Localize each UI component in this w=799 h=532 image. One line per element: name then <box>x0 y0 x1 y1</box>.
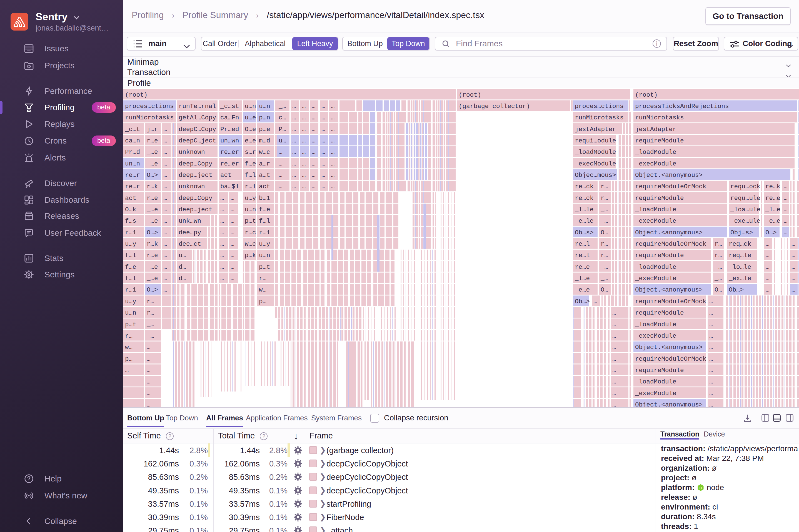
svg-text:…: … <box>230 241 235 248</box>
svg-text:unknown: unknown <box>179 183 205 190</box>
svg-text:_…: _… <box>714 275 722 282</box>
svg-text:requ…ule: requ…ule <box>730 195 760 202</box>
svg-text:…: … <box>163 229 167 236</box>
svg-text:…: … <box>331 114 335 121</box>
svg-text:unknown: unknown <box>179 149 205 156</box>
svg-text:…: … <box>147 378 151 385</box>
svg-text:…: … <box>302 172 306 179</box>
svg-text:_exe…ule: _exe…ule <box>730 217 760 225</box>
svg-text:Object.<anonymous>: Object.<anonymous> <box>635 344 703 351</box>
svg-text:…: … <box>321 183 325 190</box>
svg-text:…: … <box>279 183 282 190</box>
svg-text:requireModuleOrMock: requireModuleOrMock <box>635 241 706 248</box>
svg-text:…: … <box>612 321 616 328</box>
svg-text:…: … <box>612 344 616 351</box>
svg-text:…: … <box>220 229 224 236</box>
svg-text:_loadModule: _loadModule <box>635 378 676 385</box>
svg-text:ca…n: ca…n <box>125 137 140 145</box>
svg-text:…: … <box>709 332 713 340</box>
svg-text:w…c: w…c <box>259 149 270 156</box>
svg-text:p…t: p…t <box>259 264 270 271</box>
svg-text:re…ck: re…ck <box>575 183 594 190</box>
svg-text:getAl…Copy: getAl…Copy <box>179 114 216 121</box>
svg-text:…: … <box>220 195 224 202</box>
svg-text:Ob…>: Ob…> <box>575 298 590 305</box>
svg-text:f…e: f…e <box>245 160 256 167</box>
svg-text:…: … <box>292 114 296 121</box>
svg-text:…: … <box>792 286 795 293</box>
svg-text:Object.<anonymous>: Object.<anonymous> <box>635 172 703 179</box>
svg-text:s…r: s…r <box>245 149 256 156</box>
svg-text:…: … <box>312 183 316 190</box>
svg-text:_loadModule: _loadModule <box>575 149 616 156</box>
svg-text:r…: r… <box>147 309 154 317</box>
svg-text:…: … <box>321 103 325 110</box>
svg-text:…: … <box>302 103 306 110</box>
svg-text:_execModule: _execModule <box>575 160 616 167</box>
svg-text:_loadModule: _loadModule <box>635 149 676 156</box>
svg-text:…: … <box>709 321 713 328</box>
svg-text:f…l: f…l <box>125 275 136 282</box>
svg-text:u…n: u…n <box>245 206 256 213</box>
svg-text:…: … <box>163 206 167 213</box>
svg-text:p…t: p…t <box>245 217 256 225</box>
svg-text:r…k: r…k <box>147 241 158 248</box>
svg-text:proces…ctions: proces…ctions <box>575 103 624 110</box>
svg-text:p…: p… <box>259 298 266 305</box>
svg-text:_l…e: _l…e <box>575 275 590 282</box>
svg-text:…: … <box>292 183 296 190</box>
svg-text:…: … <box>792 252 795 259</box>
svg-text:r…1: r…1 <box>245 183 256 190</box>
svg-text:…: … <box>331 137 335 145</box>
svg-text:b…1: b…1 <box>259 195 270 202</box>
svg-text:act: act <box>220 172 232 179</box>
svg-text:r…: r… <box>601 183 608 190</box>
svg-text:…: … <box>125 367 129 374</box>
svg-text:…: … <box>147 401 151 407</box>
svg-text:…: … <box>593 298 597 305</box>
svg-text:r…k: r…k <box>147 183 158 190</box>
svg-text:…: … <box>321 137 325 145</box>
svg-text:…: … <box>784 195 787 202</box>
svg-text:Objec…mous>: Objec…mous> <box>575 172 616 179</box>
svg-text:runMicrotasks: runMicrotasks <box>125 114 174 121</box>
svg-text:O…>: O…> <box>765 229 777 236</box>
svg-text:_…e: _…e <box>146 160 158 167</box>
svg-text:…: … <box>709 378 713 385</box>
svg-text:…: … <box>230 275 235 282</box>
svg-text:…: … <box>220 252 224 259</box>
svg-text:…: … <box>302 149 306 156</box>
svg-text:u…: u… <box>279 137 286 145</box>
svg-text:_loa…ule: _loa…ule <box>730 206 760 213</box>
svg-text:deep…ject: deep…ject <box>179 206 212 213</box>
svg-text:Object.<anonymous>: Object.<anonymous> <box>635 229 703 236</box>
svg-text:Pr…d: Pr…d <box>125 149 140 156</box>
svg-text:…: … <box>331 149 335 156</box>
svg-text:r…e: r…e <box>147 195 158 202</box>
svg-text:…: … <box>302 114 306 121</box>
svg-text:_loadModule: _loadModule <box>635 321 676 328</box>
svg-text:_e…e: _e…e <box>765 217 780 225</box>
svg-text:unk…wn: unk…wn <box>179 217 201 225</box>
svg-text:O…>: O…> <box>147 286 158 293</box>
svg-text:O…: O… <box>601 229 608 236</box>
svg-text:r…: r… <box>601 252 608 259</box>
svg-text:…: … <box>163 137 167 145</box>
svg-text:u…y: u…y <box>259 241 270 248</box>
svg-text:_…: _… <box>714 264 722 271</box>
svg-text:u…: u… <box>179 252 186 259</box>
svg-text:…: … <box>331 183 335 190</box>
svg-text:…: … <box>612 332 616 340</box>
svg-text:runTe…rnal: runTe…rnal <box>179 103 216 110</box>
svg-text:re…e: re…e <box>765 195 780 202</box>
svg-text:w…c: w…c <box>245 241 256 248</box>
svg-text:…: … <box>220 264 224 271</box>
svg-text:…: … <box>331 103 335 110</box>
svg-text:requireModule: requireModule <box>635 252 684 259</box>
svg-text:c…: c… <box>279 114 286 121</box>
svg-text:…: … <box>292 149 296 156</box>
svg-text:_loadModule: _loadModule <box>635 206 676 213</box>
svg-text:_c…st: _c…st <box>220 103 239 110</box>
svg-text:j…r: j…r <box>147 126 158 133</box>
svg-text:f…l: f…l <box>259 217 270 225</box>
